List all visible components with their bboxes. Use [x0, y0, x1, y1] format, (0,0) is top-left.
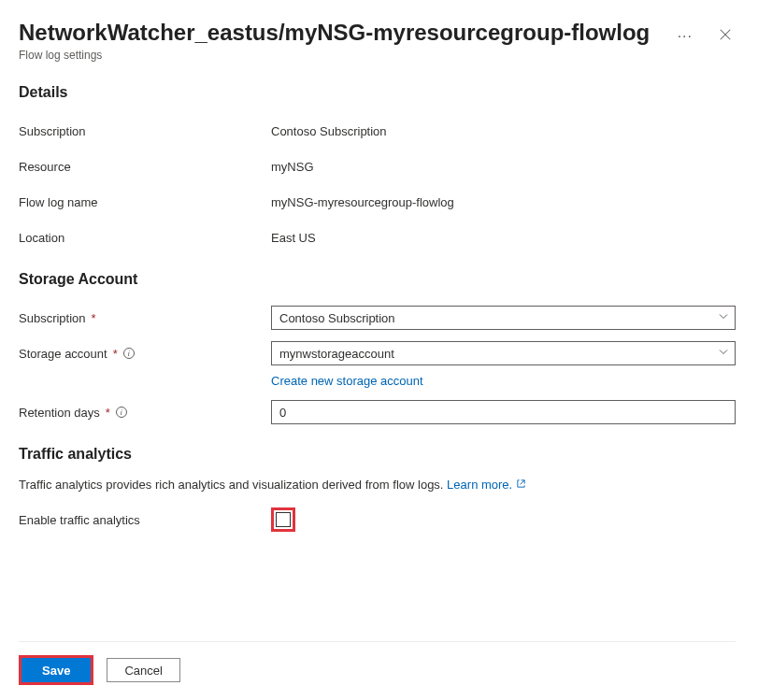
storage-account-select-value: mynwstorageaccount [279, 347, 394, 361]
details-subscription-row: Subscription Contoso Subscription [19, 116, 736, 146]
storage-account-select[interactable]: mynwstorageaccount [271, 341, 736, 365]
details-location-label: Location [19, 231, 271, 245]
retention-days-input[interactable] [271, 400, 736, 424]
storage-section-title: Storage Account [19, 271, 736, 288]
close-icon [719, 28, 732, 44]
external-link-icon [516, 478, 526, 492]
traffic-analytics-description: Traffic analytics provides rich analytic… [19, 478, 736, 492]
details-resource-label: Resource [19, 160, 271, 174]
details-flowlog-row: Flow log name myNSG-myresourcegroup-flow… [19, 187, 736, 217]
more-actions-button[interactable]: ··· [674, 25, 696, 48]
storage-subscription-label: Subscription* [19, 311, 271, 325]
page-subtitle: Flow log settings [19, 49, 674, 62]
svg-line-2 [521, 480, 525, 485]
ellipsis-icon: ··· [678, 29, 693, 44]
learn-more-link[interactable]: Learn more. [447, 478, 526, 492]
create-storage-account-link[interactable]: Create new storage account [271, 374, 423, 388]
learn-more-text: Learn more. [447, 478, 512, 492]
retention-days-label: Retention days* i [19, 406, 271, 420]
info-icon[interactable]: i [116, 407, 127, 418]
highlight-frame: Save [19, 655, 93, 685]
enable-traffic-analytics-checkbox[interactable] [276, 512, 291, 527]
required-asterisk: * [113, 347, 118, 361]
save-button[interactable]: Save [21, 658, 91, 682]
chevron-down-icon [718, 347, 729, 361]
details-flowlog-label: Flow log name [19, 195, 271, 209]
details-location-value: East US [271, 231, 736, 245]
details-section-title: Details [19, 84, 736, 101]
create-storage-link-row: Create new storage account [19, 374, 736, 388]
enable-traffic-analytics-label: Enable traffic analytics [19, 513, 271, 527]
storage-subscription-label-text: Subscription [19, 311, 86, 325]
required-asterisk: * [92, 311, 96, 325]
required-asterisk: * [106, 406, 110, 420]
footer-actions: Save Cancel [19, 641, 736, 700]
cancel-button[interactable]: Cancel [107, 658, 179, 682]
storage-subscription-select-value: Contoso Subscription [279, 311, 395, 325]
retention-days-label-text: Retention days [19, 406, 100, 420]
blade-header: NetworkWatcher_eastus/myNSG-myresourcegr… [19, 19, 736, 62]
retention-days-row: Retention days* i [19, 397, 736, 427]
traffic-section-title: Traffic analytics [19, 446, 736, 463]
enable-traffic-analytics-row: Enable traffic analytics [19, 505, 736, 535]
chevron-down-icon [718, 311, 729, 325]
details-location-row: Location East US [19, 222, 736, 252]
details-resource-value: myNSG [271, 160, 736, 174]
storage-account-label: Storage account* i [19, 347, 271, 361]
traffic-analytics-desc-text: Traffic analytics provides rich analytic… [19, 478, 443, 492]
storage-account-row: Storage account* i mynwstorageaccount [19, 338, 736, 368]
details-flowlog-value: myNSG-myresourcegroup-flowlog [271, 195, 736, 209]
close-button[interactable] [715, 24, 736, 48]
details-resource-row: Resource myNSG [19, 151, 736, 181]
storage-account-label-text: Storage account [19, 347, 107, 361]
info-icon[interactable]: i [123, 348, 135, 359]
highlight-frame [271, 507, 295, 532]
details-subscription-label: Subscription [19, 124, 271, 138]
page-title: NetworkWatcher_eastus/myNSG-myresourcegr… [19, 19, 674, 47]
storage-subscription-row: Subscription* Contoso Subscription [19, 303, 736, 333]
details-subscription-value: Contoso Subscription [271, 124, 736, 138]
storage-subscription-select[interactable]: Contoso Subscription [271, 306, 736, 330]
